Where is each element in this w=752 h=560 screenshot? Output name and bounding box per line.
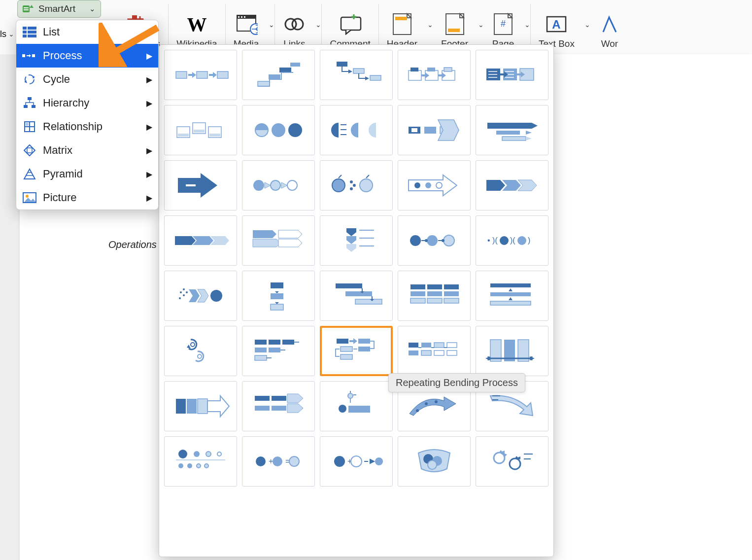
submenu-arrow-icon: ▶ (146, 146, 152, 155)
svg-rect-128 (358, 347, 370, 351)
svg-rect-52 (427, 68, 435, 71)
svg-rect-138 (447, 350, 457, 355)
gallery-thumb[interactable] (398, 271, 471, 321)
gallery-thumb[interactable] (164, 271, 237, 321)
smartart-dropdown-button[interactable]: SmartArt ⌄ (17, 0, 101, 18)
svg-rect-103 (336, 283, 362, 288)
gallery-thumb[interactable] (242, 381, 315, 431)
gallery-thumb[interactable] (164, 326, 237, 376)
menu-item-matrix[interactable]: Matrix ▶ (16, 139, 158, 162)
svg-rect-51 (410, 68, 418, 71)
gallery-thumb[interactable] (242, 326, 315, 376)
svg-rect-101 (271, 293, 283, 299)
gallery-thumb[interactable] (398, 50, 471, 100)
gallery-thumb[interactable] (476, 271, 548, 321)
gallery-thumb[interactable] (320, 50, 393, 100)
menu-item-list[interactable]: List ▶ (16, 20, 158, 44)
svg-point-30 (25, 75, 34, 84)
svg-point-159 (178, 463, 183, 468)
gallery-thumb[interactable] (164, 381, 237, 431)
gallery-thumb[interactable] (242, 271, 315, 321)
svg-text:+: + (269, 457, 273, 465)
textbox-button[interactable]: A Text Box (531, 0, 582, 49)
gallery-thumb[interactable] (398, 436, 471, 487)
gallery-thumb[interactable] (164, 436, 237, 487)
footer-button[interactable]: Footer (433, 0, 476, 49)
comment-button[interactable]: Comment (322, 0, 378, 49)
gallery-thumb[interactable] (242, 105, 315, 155)
gallery-thumb[interactable] (242, 50, 315, 100)
svg-point-171 (375, 457, 383, 465)
gallery-thumb[interactable] (242, 215, 315, 266)
svg-point-168 (334, 456, 345, 467)
smartart-process-gallery[interactable]: • )()()+=+ (159, 44, 554, 557)
wordart-icon (602, 14, 617, 34)
menu-label: Cycle (43, 73, 70, 86)
textbox-icon: A (545, 14, 568, 35)
svg-point-85 (427, 235, 438, 246)
gallery-thumb[interactable] (164, 50, 237, 100)
svg-rect-25 (28, 31, 36, 34)
menu-label: Matrix (43, 144, 72, 157)
gallery-thumb[interactable] (476, 105, 548, 155)
svg-rect-137 (447, 343, 457, 348)
gallery-thumb[interactable] (164, 160, 237, 210)
chevron-down-icon[interactable]: ⌄ (425, 21, 433, 29)
menu-item-hierarchy[interactable]: Hierarchy ▶ (16, 91, 158, 115)
chevron-down-icon[interactable]: ⌄ (476, 21, 484, 29)
svg-rect-2 (24, 9, 29, 10)
svg-rect-53 (444, 68, 452, 71)
chevron-down-icon[interactable]: ⌄ (6, 30, 14, 38)
svg-rect-129 (341, 347, 352, 351)
links-button[interactable]: Links (275, 0, 313, 49)
gallery-thumb[interactable] (398, 160, 471, 210)
menu-item-relationship[interactable]: Relationship ▶ (16, 115, 158, 139)
gallery-thumb[interactable] (476, 436, 548, 487)
svg-point-87 (425, 239, 428, 242)
gallery-thumb[interactable] (242, 160, 315, 210)
svg-point-92 (517, 236, 526, 245)
svg-point-84 (410, 235, 421, 246)
submenu-arrow-icon: ▶ (146, 170, 152, 179)
svg-rect-32 (24, 105, 28, 108)
svg-text:• )(: • )( (487, 236, 498, 245)
page-icon: # (493, 13, 513, 35)
gallery-thumb[interactable]: • )()() (476, 215, 548, 266)
gallery-thumb[interactable] (320, 326, 393, 376)
menu-item-picture[interactable]: Picture ▶ (16, 186, 158, 210)
gallery-thumb[interactable] (398, 105, 471, 155)
wikipedia-button[interactable]: W Wikipedia (169, 0, 225, 49)
svg-point-154 (435, 400, 438, 403)
svg-rect-17 (448, 29, 460, 32)
gallery-thumb[interactable] (476, 50, 548, 100)
chevron-down-icon[interactable]: ⌄ (522, 21, 530, 29)
gallery-thumb[interactable]: + (320, 436, 393, 487)
links-icon (283, 14, 306, 34)
svg-rect-35 (26, 123, 29, 126)
gallery-thumb[interactable] (164, 105, 237, 155)
chevron-down-icon[interactable]: ⌄ (582, 21, 590, 29)
gallery-thumb[interactable] (320, 215, 393, 266)
gallery-thumb[interactable] (398, 326, 471, 376)
gallery-thumb[interactable] (164, 215, 237, 266)
menu-item-process[interactable]: Process ▶ (16, 44, 158, 68)
media-button[interactable]: Media (226, 0, 267, 49)
gallery-thumb[interactable] (398, 215, 471, 266)
gallery-thumb[interactable]: += (242, 436, 315, 487)
wordart-button-partial[interactable]: Wor (590, 0, 621, 49)
gallery-thumb[interactable] (320, 271, 393, 321)
gallery-thumb[interactable] (320, 160, 393, 210)
menu-item-pyramid[interactable]: Pyramid ▶ (16, 162, 158, 186)
svg-rect-107 (427, 284, 442, 289)
gallery-thumb[interactable] (476, 160, 548, 210)
page-number-button[interactable]: # Page (484, 0, 522, 49)
svg-point-98 (179, 297, 181, 299)
chevron-down-icon[interactable]: ⌄ (313, 21, 321, 29)
gallery-thumb[interactable] (320, 381, 393, 431)
svg-text:): ) (528, 236, 530, 245)
gallery-thumb[interactable] (476, 326, 548, 376)
menu-item-cycle[interactable]: Cycle ▶ (16, 68, 158, 91)
chevron-down-icon[interactable]: ⌄ (267, 21, 274, 29)
gallery-thumb[interactable] (320, 105, 393, 155)
header-button[interactable]: Header (379, 0, 425, 49)
